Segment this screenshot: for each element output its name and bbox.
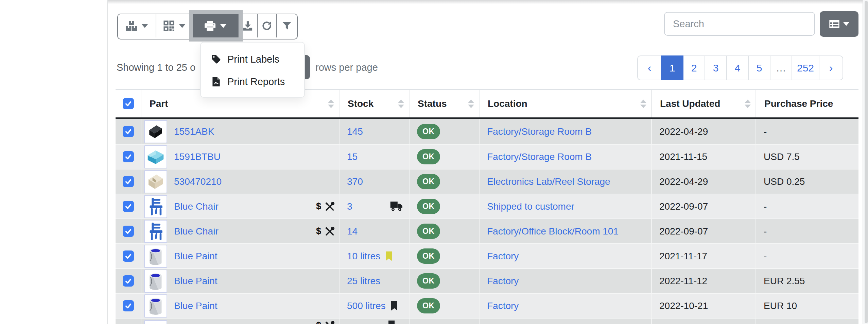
purchase-price-value: - (764, 201, 767, 212)
refresh-button[interactable] (258, 14, 277, 37)
location-link[interactable]: Electronics Lab/Reel Storage (487, 176, 610, 187)
stock-link[interactable]: 15 (347, 151, 358, 162)
next-page-button[interactable]: › (819, 55, 843, 80)
page-4-button[interactable]: 4 (726, 55, 749, 80)
row-checkbox[interactable] (123, 226, 134, 237)
status-badge: OK (417, 124, 440, 139)
boxes-icon (126, 20, 137, 32)
row-checkbox[interactable] (123, 151, 134, 162)
print-options-menu: Print LabelsPrint Reports (200, 42, 305, 98)
tools-icon (325, 321, 335, 324)
filter-button[interactable] (277, 14, 297, 37)
stock-link[interactable]: 25 litres (347, 276, 380, 287)
part-link[interactable]: 1591BTBU (174, 151, 221, 162)
part-cell: Blue Chair$ (141, 219, 339, 243)
stock-link[interactable]: 370 (347, 176, 363, 187)
status-cell: OK (409, 145, 479, 169)
part-cell: $ (141, 319, 339, 324)
row-checkbox[interactable] (123, 300, 134, 311)
bookmark-icon (390, 301, 398, 311)
part-thumbnail[interactable] (144, 120, 167, 143)
page-1-button[interactable]: 1 (661, 55, 683, 80)
page-2-button[interactable]: 2 (683, 55, 705, 80)
location-cell (479, 319, 651, 324)
part-thumbnail[interactable] (144, 245, 167, 268)
status-badge: OK (417, 224, 440, 239)
row-select-cell (116, 219, 141, 243)
part-link[interactable]: Blue Paint (174, 251, 218, 262)
part-thumbnail[interactable] (144, 270, 167, 293)
location-link[interactable]: Factory/Storage Room B (487, 126, 592, 137)
location-link[interactable]: Factory/Office Block/Room 101 (487, 226, 619, 237)
page-3-button[interactable]: 3 (705, 55, 727, 80)
location-link[interactable]: Factory/Storage Room B (487, 151, 592, 162)
part-link[interactable]: Blue Paint (174, 276, 218, 287)
row-checkbox[interactable] (123, 250, 134, 262)
table-row[interactable]: 1591BTBU15OKFactory/Storage Room B2021-1… (116, 144, 858, 169)
last-updated-cell: 2021-11-15 (651, 145, 756, 169)
download-data-button[interactable] (239, 14, 258, 37)
column-header-status[interactable]: Status (409, 90, 479, 117)
table-row[interactable]: Blue Chair$3OKShipped to customer2022-09… (116, 194, 858, 218)
print-labels-menu-item[interactable]: Print Labels (201, 48, 304, 70)
purchase-price-cell: - (756, 244, 858, 268)
row-checkbox[interactable] (123, 126, 134, 137)
barcode-options-button[interactable] (156, 14, 193, 37)
panel-left-divider (107, 0, 108, 324)
page-5-button[interactable]: 5 (748, 55, 770, 80)
column-select-button[interactable] (820, 11, 858, 37)
print-reports-menu-item[interactable]: Print Reports (201, 70, 304, 93)
column-header-purchase-price[interactable]: Purchase Price (756, 90, 858, 117)
stock-options-button[interactable] (118, 14, 156, 37)
part-link[interactable]: Blue Paint (174, 301, 218, 311)
row-checkbox[interactable] (123, 275, 134, 287)
page-252-button[interactable]: 252 (792, 55, 819, 80)
stock-link[interactable]: 145 (347, 126, 363, 137)
table-row[interactable]: Blue Paint10 litresOKFactory2021-11-17- (116, 243, 858, 268)
column-header-label: Stock (348, 98, 374, 109)
part-thumbnail[interactable] (144, 220, 167, 243)
search-input[interactable] (664, 12, 815, 36)
stock-link[interactable]: 10 litres (347, 251, 380, 262)
stock-link[interactable]: 3 (347, 201, 352, 212)
table-row[interactable]: Blue Paint500 litresOKFactory2022-10-21E… (116, 293, 858, 318)
stock-link[interactable]: 500 litres (347, 301, 386, 311)
truck-icon (390, 201, 403, 212)
part-thumbnail[interactable] (144, 195, 167, 218)
select-all-checkbox[interactable] (123, 98, 134, 109)
row-select-cell (116, 119, 141, 144)
last-updated-cell (651, 319, 756, 324)
column-header-stock[interactable]: Stock (339, 90, 409, 117)
column-header-last-updated[interactable]: Last Updated (651, 90, 756, 117)
part-thumbnail[interactable] (144, 170, 167, 193)
location-link[interactable]: Factory (487, 251, 519, 262)
row-checkbox[interactable] (123, 176, 134, 187)
tag-icon (211, 54, 221, 64)
table-row[interactable]: $ (116, 318, 858, 324)
previous-page-button[interactable]: ‹ (637, 55, 662, 80)
location-link[interactable]: Factory (487, 301, 519, 311)
printing-options-button[interactable] (193, 14, 239, 37)
vertical-scrollbar[interactable] (863, 0, 868, 324)
location-link[interactable]: Factory (487, 276, 519, 287)
part-thumbnail[interactable] (144, 294, 167, 318)
table-row[interactable]: Blue Chair$14OKFactory/Office Block/Room… (116, 218, 858, 243)
last-updated-cell: 2022-09-07 (651, 219, 756, 243)
column-header-location[interactable]: Location (479, 90, 651, 117)
part-link[interactable]: 1551ABK (174, 126, 214, 137)
part-cell: 1551ABK (141, 119, 339, 144)
row-checkbox[interactable] (123, 201, 134, 212)
caret-down-icon (843, 22, 849, 26)
part-link[interactable]: 530470210 (174, 176, 222, 187)
last-updated-value: 2021-11-17 (659, 251, 707, 262)
location-link[interactable]: Shipped to customer (487, 201, 574, 212)
stock-link[interactable]: 14 (347, 226, 358, 237)
part-thumbnail[interactable] (144, 145, 167, 168)
part-thumbnail[interactable] (144, 320, 167, 324)
part-link[interactable]: Blue Chair (174, 226, 219, 237)
table-row[interactable]: Blue Paint25 litresOKFactory2022-11-12EU… (116, 268, 858, 293)
part-link[interactable]: Blue Chair (174, 201, 219, 212)
table-row[interactable]: 1551ABK145OKFactory/Storage Room B2022-0… (116, 119, 858, 144)
table-row[interactable]: 530470210370OKElectronics Lab/Reel Stora… (116, 169, 858, 194)
scrollbar-thumb[interactable] (865, 1, 868, 323)
